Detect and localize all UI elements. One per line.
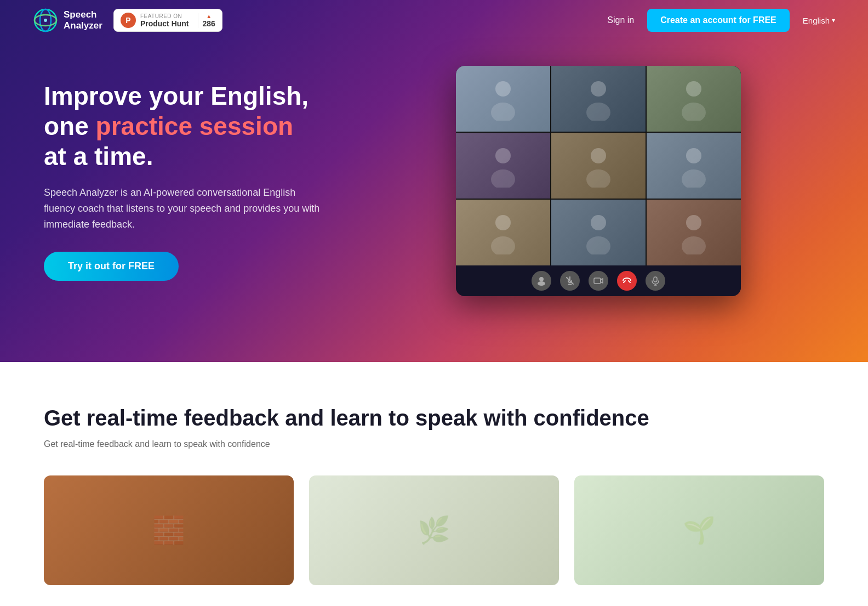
mute-button[interactable] <box>560 271 580 291</box>
svg-point-4 <box>495 81 511 97</box>
person-9 <box>647 200 741 265</box>
profile-button[interactable] <box>532 271 551 291</box>
language-selector[interactable]: English ▾ <box>803 16 835 25</box>
section2-image-3: 🌱 <box>574 475 824 585</box>
mute-icon <box>565 276 575 286</box>
microphone-button[interactable] <box>646 271 665 291</box>
camera-icon <box>593 276 603 286</box>
create-account-button[interactable]: Create an account for FREE <box>647 9 790 32</box>
person-6 <box>647 133 741 199</box>
video-grid <box>456 66 741 265</box>
ph-featured-label: FEATURED ON <box>140 13 189 19</box>
ph-votes: ▲ 286 <box>198 13 215 28</box>
video-cell-6 <box>647 133 741 199</box>
person-7 <box>456 200 550 265</box>
video-cell-4 <box>456 133 550 199</box>
svg-rect-24 <box>594 278 601 284</box>
product-hunt-info: FEATURED ON Product Hunt <box>140 13 189 28</box>
person-3 <box>647 66 741 132</box>
hero-content: Improve your English, one practice sessi… <box>44 81 373 281</box>
svg-point-22 <box>539 277 544 281</box>
hero-title-highlight: practice session <box>96 112 294 140</box>
product-hunt-logo: P <box>121 13 136 28</box>
section2-images: 🧱 🌿 🌱 <box>44 475 824 585</box>
svg-point-14 <box>686 148 701 163</box>
logo-icon <box>33 8 58 33</box>
signin-link[interactable]: Sign in <box>607 15 634 25</box>
hero-section: Speech Analyzer P FEATURED ON Product Hu… <box>0 0 868 362</box>
ph-name: Product Hunt <box>140 19 189 28</box>
indoor-plant-image: 🌿 <box>309 475 559 585</box>
svg-point-8 <box>686 81 701 97</box>
hero-cta-button[interactable]: Try it out for FREE <box>44 252 179 281</box>
microphone-icon <box>650 276 660 286</box>
section2-subtitle: Get real-time feedback and learn to spea… <box>44 439 824 449</box>
ph-count: 286 <box>203 19 215 28</box>
person-2 <box>551 66 646 132</box>
video-cell-2 <box>551 66 646 132</box>
svg-point-18 <box>591 215 606 230</box>
chevron-down-icon: ▾ <box>832 16 835 24</box>
video-cell-8 <box>551 200 646 265</box>
window-plant-image: 🌱 <box>574 475 824 585</box>
svg-point-11 <box>491 169 515 188</box>
logo: Speech Analyzer <box>33 8 102 33</box>
camera-button[interactable] <box>589 271 608 291</box>
call-controls-bar <box>456 265 741 296</box>
hero-title-part2: one <box>44 112 96 140</box>
video-cell-3 <box>647 66 741 132</box>
logo-text: Speech Analyzer <box>64 9 102 32</box>
product-hunt-badge[interactable]: P FEATURED ON Product Hunt ▲ 286 <box>113 9 222 32</box>
svg-point-3 <box>44 19 47 22</box>
person-8 <box>551 200 646 265</box>
end-call-button[interactable] <box>617 271 637 291</box>
profile-icon <box>536 276 546 286</box>
video-cell-1 <box>456 66 550 132</box>
end-call-icon <box>622 276 632 286</box>
hero-title: Improve your English, one practice sessi… <box>44 81 373 172</box>
nav-right: Sign in Create an account for FREE Engli… <box>607 9 835 32</box>
svg-point-10 <box>495 148 511 163</box>
svg-point-6 <box>591 81 606 97</box>
person-4 <box>456 133 550 199</box>
section2-title: Get real-time feedback and learn to spea… <box>44 406 824 431</box>
section2: Get real-time feedback and learn to spea… <box>0 362 868 606</box>
language-label: English <box>803 16 830 25</box>
video-cell-5 <box>551 133 646 199</box>
hero-title-line3: at a time. <box>44 142 153 171</box>
svg-point-15 <box>682 169 706 188</box>
video-frame <box>456 66 741 296</box>
section2-image-2: 🌿 <box>309 475 559 585</box>
section2-image-1: 🧱 <box>44 475 294 585</box>
hero-video-area <box>373 66 824 296</box>
svg-point-16 <box>495 215 511 230</box>
person-5 <box>551 133 646 199</box>
video-cell-9 <box>647 200 741 265</box>
video-cell-7 <box>456 200 550 265</box>
svg-rect-25 <box>654 277 657 282</box>
svg-point-23 <box>538 281 545 286</box>
svg-point-5 <box>491 103 515 121</box>
brick-wall-image: 🧱 <box>44 475 294 585</box>
svg-point-21 <box>682 236 706 254</box>
svg-point-7 <box>586 103 610 121</box>
svg-point-12 <box>591 148 606 163</box>
svg-point-17 <box>491 236 515 254</box>
hero-title-part1: Improve your English, <box>44 82 309 110</box>
hero-description: Speech Analyzer is an AI-powered convers… <box>44 185 329 232</box>
person-1 <box>456 66 550 132</box>
svg-point-19 <box>586 236 610 254</box>
nav-left: Speech Analyzer P FEATURED ON Product Hu… <box>33 8 222 33</box>
ph-arrow-icon: ▲ <box>206 13 212 19</box>
svg-point-9 <box>682 103 706 121</box>
svg-point-20 <box>686 215 701 230</box>
svg-point-13 <box>586 169 610 188</box>
navbar: Speech Analyzer P FEATURED ON Product Hu… <box>0 0 868 41</box>
